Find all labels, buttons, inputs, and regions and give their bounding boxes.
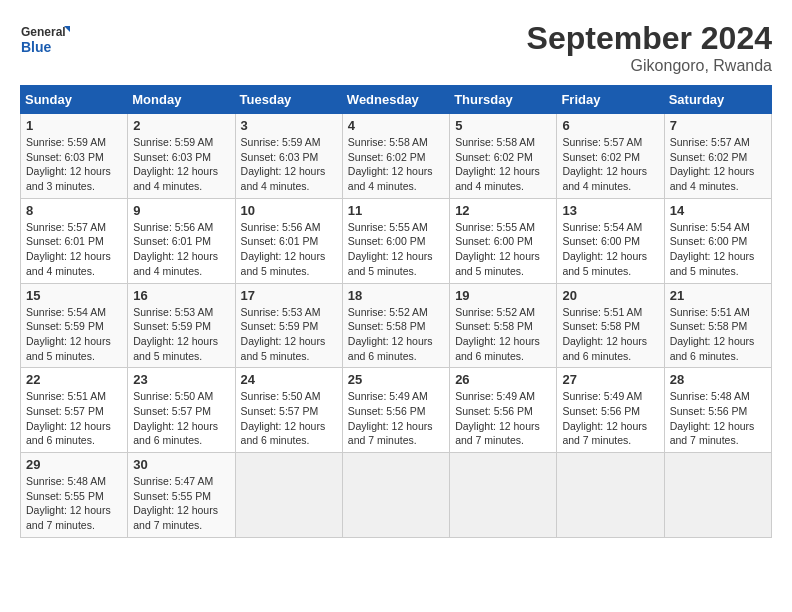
col-header-thursday: Thursday xyxy=(450,86,557,114)
calendar-cell xyxy=(664,453,771,538)
calendar-cell: 24Sunrise: 5:50 AMSunset: 5:57 PMDayligh… xyxy=(235,368,342,453)
calendar-cell: 2Sunrise: 5:59 AMSunset: 6:03 PMDaylight… xyxy=(128,114,235,199)
calendar-body: 1Sunrise: 5:59 AMSunset: 6:03 PMDaylight… xyxy=(21,114,772,538)
day-number: 13 xyxy=(562,203,658,218)
day-number: 27 xyxy=(562,372,658,387)
calendar-week-5: 29Sunrise: 5:48 AMSunset: 5:55 PMDayligh… xyxy=(21,453,772,538)
day-number: 14 xyxy=(670,203,766,218)
day-detail: Sunrise: 5:51 AMSunset: 5:57 PMDaylight:… xyxy=(26,389,122,448)
day-number: 23 xyxy=(133,372,229,387)
day-detail: Sunrise: 5:54 AMSunset: 5:59 PMDaylight:… xyxy=(26,305,122,364)
calendar-cell: 7Sunrise: 5:57 AMSunset: 6:02 PMDaylight… xyxy=(664,114,771,199)
calendar-header-row: SundayMondayTuesdayWednesdayThursdayFrid… xyxy=(21,86,772,114)
day-number: 7 xyxy=(670,118,766,133)
svg-text:Blue: Blue xyxy=(21,39,52,55)
calendar-table: SundayMondayTuesdayWednesdayThursdayFrid… xyxy=(20,85,772,538)
day-detail: Sunrise: 5:56 AMSunset: 6:01 PMDaylight:… xyxy=(133,220,229,279)
location-subtitle: Gikongoro, Rwanda xyxy=(527,57,772,75)
col-header-friday: Friday xyxy=(557,86,664,114)
calendar-cell: 14Sunrise: 5:54 AMSunset: 6:00 PMDayligh… xyxy=(664,198,771,283)
day-number: 30 xyxy=(133,457,229,472)
title-block: September 2024 Gikongoro, Rwanda xyxy=(527,20,772,75)
calendar-cell: 9Sunrise: 5:56 AMSunset: 6:01 PMDaylight… xyxy=(128,198,235,283)
calendar-cell: 23Sunrise: 5:50 AMSunset: 5:57 PMDayligh… xyxy=(128,368,235,453)
day-detail: Sunrise: 5:57 AMSunset: 6:02 PMDaylight:… xyxy=(562,135,658,194)
day-number: 29 xyxy=(26,457,122,472)
day-detail: Sunrise: 5:59 AMSunset: 6:03 PMDaylight:… xyxy=(241,135,337,194)
day-number: 19 xyxy=(455,288,551,303)
day-detail: Sunrise: 5:55 AMSunset: 6:00 PMDaylight:… xyxy=(455,220,551,279)
day-detail: Sunrise: 5:52 AMSunset: 5:58 PMDaylight:… xyxy=(348,305,444,364)
calendar-cell: 6Sunrise: 5:57 AMSunset: 6:02 PMDaylight… xyxy=(557,114,664,199)
day-detail: Sunrise: 5:53 AMSunset: 5:59 PMDaylight:… xyxy=(241,305,337,364)
calendar-week-1: 1Sunrise: 5:59 AMSunset: 6:03 PMDaylight… xyxy=(21,114,772,199)
calendar-cell: 27Sunrise: 5:49 AMSunset: 5:56 PMDayligh… xyxy=(557,368,664,453)
calendar-cell: 18Sunrise: 5:52 AMSunset: 5:58 PMDayligh… xyxy=(342,283,449,368)
day-detail: Sunrise: 5:52 AMSunset: 5:58 PMDaylight:… xyxy=(455,305,551,364)
day-number: 15 xyxy=(26,288,122,303)
calendar-week-4: 22Sunrise: 5:51 AMSunset: 5:57 PMDayligh… xyxy=(21,368,772,453)
day-number: 5 xyxy=(455,118,551,133)
day-detail: Sunrise: 5:55 AMSunset: 6:00 PMDaylight:… xyxy=(348,220,444,279)
logo: General Blue xyxy=(20,20,70,60)
day-number: 21 xyxy=(670,288,766,303)
col-header-monday: Monday xyxy=(128,86,235,114)
calendar-cell: 17Sunrise: 5:53 AMSunset: 5:59 PMDayligh… xyxy=(235,283,342,368)
day-number: 18 xyxy=(348,288,444,303)
svg-text:General: General xyxy=(21,25,66,39)
calendar-cell: 1Sunrise: 5:59 AMSunset: 6:03 PMDaylight… xyxy=(21,114,128,199)
calendar-week-3: 15Sunrise: 5:54 AMSunset: 5:59 PMDayligh… xyxy=(21,283,772,368)
day-number: 4 xyxy=(348,118,444,133)
day-detail: Sunrise: 5:50 AMSunset: 5:57 PMDaylight:… xyxy=(133,389,229,448)
calendar-cell: 5Sunrise: 5:58 AMSunset: 6:02 PMDaylight… xyxy=(450,114,557,199)
col-header-wednesday: Wednesday xyxy=(342,86,449,114)
day-detail: Sunrise: 5:58 AMSunset: 6:02 PMDaylight:… xyxy=(455,135,551,194)
day-detail: Sunrise: 5:49 AMSunset: 5:56 PMDaylight:… xyxy=(348,389,444,448)
day-number: 2 xyxy=(133,118,229,133)
day-detail: Sunrise: 5:49 AMSunset: 5:56 PMDaylight:… xyxy=(455,389,551,448)
day-number: 10 xyxy=(241,203,337,218)
col-header-saturday: Saturday xyxy=(664,86,771,114)
day-detail: Sunrise: 5:54 AMSunset: 6:00 PMDaylight:… xyxy=(562,220,658,279)
calendar-cell: 8Sunrise: 5:57 AMSunset: 6:01 PMDaylight… xyxy=(21,198,128,283)
day-number: 1 xyxy=(26,118,122,133)
day-detail: Sunrise: 5:59 AMSunset: 6:03 PMDaylight:… xyxy=(133,135,229,194)
day-detail: Sunrise: 5:51 AMSunset: 5:58 PMDaylight:… xyxy=(670,305,766,364)
day-number: 28 xyxy=(670,372,766,387)
day-number: 17 xyxy=(241,288,337,303)
day-detail: Sunrise: 5:58 AMSunset: 6:02 PMDaylight:… xyxy=(348,135,444,194)
calendar-week-2: 8Sunrise: 5:57 AMSunset: 6:01 PMDaylight… xyxy=(21,198,772,283)
calendar-cell: 3Sunrise: 5:59 AMSunset: 6:03 PMDaylight… xyxy=(235,114,342,199)
day-detail: Sunrise: 5:50 AMSunset: 5:57 PMDaylight:… xyxy=(241,389,337,448)
logo-svg: General Blue xyxy=(20,20,70,60)
day-number: 11 xyxy=(348,203,444,218)
calendar-cell xyxy=(342,453,449,538)
calendar-cell: 16Sunrise: 5:53 AMSunset: 5:59 PMDayligh… xyxy=(128,283,235,368)
calendar-cell: 19Sunrise: 5:52 AMSunset: 5:58 PMDayligh… xyxy=(450,283,557,368)
day-detail: Sunrise: 5:53 AMSunset: 5:59 PMDaylight:… xyxy=(133,305,229,364)
page-header: General Blue September 2024 Gikongoro, R… xyxy=(20,20,772,75)
day-detail: Sunrise: 5:57 AMSunset: 6:02 PMDaylight:… xyxy=(670,135,766,194)
day-detail: Sunrise: 5:51 AMSunset: 5:58 PMDaylight:… xyxy=(562,305,658,364)
calendar-cell: 30Sunrise: 5:47 AMSunset: 5:55 PMDayligh… xyxy=(128,453,235,538)
calendar-cell: 25Sunrise: 5:49 AMSunset: 5:56 PMDayligh… xyxy=(342,368,449,453)
calendar-cell: 29Sunrise: 5:48 AMSunset: 5:55 PMDayligh… xyxy=(21,453,128,538)
day-detail: Sunrise: 5:49 AMSunset: 5:56 PMDaylight:… xyxy=(562,389,658,448)
day-number: 12 xyxy=(455,203,551,218)
calendar-cell: 21Sunrise: 5:51 AMSunset: 5:58 PMDayligh… xyxy=(664,283,771,368)
day-number: 20 xyxy=(562,288,658,303)
day-detail: Sunrise: 5:48 AMSunset: 5:56 PMDaylight:… xyxy=(670,389,766,448)
col-header-sunday: Sunday xyxy=(21,86,128,114)
calendar-cell xyxy=(450,453,557,538)
day-number: 16 xyxy=(133,288,229,303)
calendar-cell: 10Sunrise: 5:56 AMSunset: 6:01 PMDayligh… xyxy=(235,198,342,283)
calendar-cell: 4Sunrise: 5:58 AMSunset: 6:02 PMDaylight… xyxy=(342,114,449,199)
day-number: 24 xyxy=(241,372,337,387)
calendar-cell: 20Sunrise: 5:51 AMSunset: 5:58 PMDayligh… xyxy=(557,283,664,368)
day-detail: Sunrise: 5:48 AMSunset: 5:55 PMDaylight:… xyxy=(26,474,122,533)
month-title: September 2024 xyxy=(527,20,772,57)
day-detail: Sunrise: 5:57 AMSunset: 6:01 PMDaylight:… xyxy=(26,220,122,279)
col-header-tuesday: Tuesday xyxy=(235,86,342,114)
day-number: 22 xyxy=(26,372,122,387)
day-number: 8 xyxy=(26,203,122,218)
